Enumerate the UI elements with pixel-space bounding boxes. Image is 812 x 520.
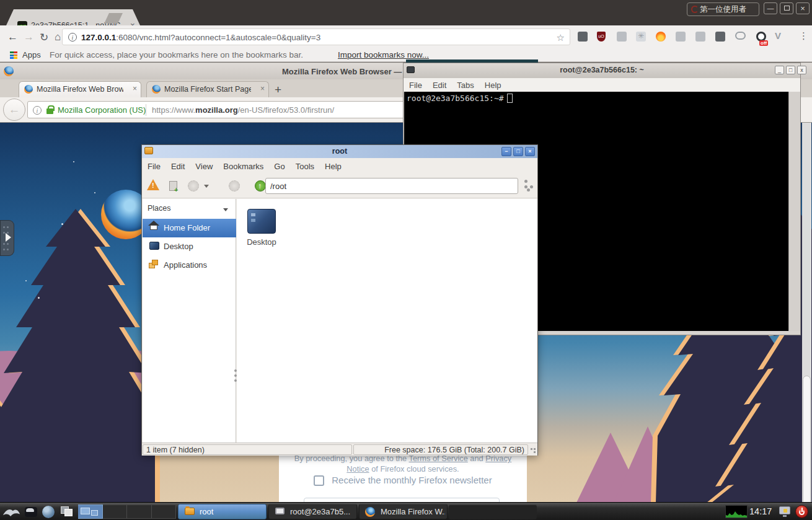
forward-icon[interactable] bbox=[229, 180, 240, 192]
terminal-scrollbar[interactable] bbox=[788, 92, 800, 331]
handle-dots bbox=[3, 226, 5, 228]
workspace-pager[interactable] bbox=[78, 505, 176, 519]
lock-screen-icon[interactable] bbox=[779, 506, 790, 514]
extension-puzzle-icon[interactable] bbox=[617, 32, 627, 42]
window-maximize-button[interactable] bbox=[780, 2, 793, 14]
menu-edit[interactable]: Edit bbox=[433, 81, 446, 90]
taskbar-button-firefox[interactable]: Mozilla Firefox W... bbox=[359, 504, 448, 519]
workspace-3[interactable] bbox=[127, 505, 152, 519]
firefox-tab-title: Mozilla Firefox Start Page bbox=[164, 85, 251, 94]
file-manager-menubar: File Edit View Bookmarks Go Tools Help bbox=[142, 158, 537, 174]
file-manager-statusbar: 1 item (7 hidden) Free space: 176.5 GiB … bbox=[142, 443, 537, 456]
workspace-1-active[interactable] bbox=[78, 505, 103, 519]
sidebar-item-applications[interactable]: Applications bbox=[143, 256, 236, 275]
reload-icon[interactable]: ↻ bbox=[40, 31, 48, 44]
fm-maximize-button[interactable]: □ bbox=[513, 147, 523, 156]
menu-go[interactable]: Go bbox=[274, 162, 285, 171]
menu-tools[interactable]: Tools bbox=[296, 162, 314, 171]
places-selector[interactable]: Places bbox=[148, 204, 171, 213]
logout-power-button[interactable] bbox=[795, 505, 808, 518]
menu-help[interactable]: Help bbox=[325, 162, 342, 171]
apps-shortcut[interactable]: Apps bbox=[22, 50, 41, 59]
terminal-maximize-button[interactable]: □ bbox=[786, 66, 795, 74]
page-scrollbar[interactable] bbox=[802, 123, 811, 503]
flame-extension-icon[interactable] bbox=[656, 32, 666, 42]
path-input[interactable] bbox=[265, 178, 518, 194]
scrollbar-thumb[interactable] bbox=[803, 376, 811, 520]
chat-bubble-extension-icon[interactable] bbox=[735, 32, 746, 40]
file-list-view[interactable]: Desktop bbox=[237, 199, 537, 443]
tab-close-icon[interactable]: × bbox=[133, 84, 137, 93]
lxde-taskbar: root root@2e3a7b5... Mozilla Firefox W..… bbox=[0, 502, 812, 520]
desktop-icon bbox=[149, 242, 159, 250]
page-info-icon[interactable]: i bbox=[68, 33, 77, 42]
workspace-4[interactable] bbox=[152, 505, 177, 519]
menu-bookmarks[interactable]: Bookmarks bbox=[223, 162, 263, 171]
menu-tabs[interactable]: Tabs bbox=[457, 81, 474, 90]
firefox-back-button[interactable]: ← bbox=[3, 99, 25, 121]
new-tab-icon[interactable]: + bbox=[275, 83, 281, 97]
menu-bird-icon[interactable] bbox=[2, 506, 20, 518]
menu-file[interactable]: File bbox=[409, 81, 422, 90]
menu-help[interactable]: Help bbox=[485, 81, 501, 90]
chrome-address-bar[interactable]: i 127.0.0.1:6080/vnc.html?autoconnect=1&… bbox=[62, 29, 570, 45]
extension-puzzle-icon[interactable] bbox=[695, 32, 705, 42]
history-chevron-icon[interactable] bbox=[204, 185, 209, 188]
forward-icon[interactable]: → bbox=[24, 31, 34, 43]
directory-tree-toggle-icon[interactable] bbox=[524, 180, 527, 183]
shade-app-icon[interactable] bbox=[25, 507, 37, 517]
tab-close-icon[interactable]: × bbox=[260, 84, 265, 93]
terminal-minimize-button[interactable]: _ bbox=[775, 66, 784, 74]
lock-icon bbox=[46, 108, 53, 114]
terminal-title: root@2e3a7b566c15: ~ bbox=[404, 66, 800, 74]
sidebar-item-home-folder[interactable]: Home Folder bbox=[143, 219, 236, 237]
chrome-profile-button[interactable]: 第一位使用者 bbox=[687, 2, 759, 16]
fm-minimize-button[interactable]: − bbox=[501, 147, 511, 156]
url-rest: :6080/vnc.html?autoconnect=1&autoscale=0… bbox=[116, 33, 320, 42]
chevron-down-icon[interactable] bbox=[223, 208, 228, 211]
profile-icon bbox=[691, 6, 699, 13]
identity-label[interactable]: Mozilla Corporation (US) bbox=[58, 105, 146, 115]
menu-file[interactable]: File bbox=[148, 162, 161, 171]
firefox-window-title: Mozilla Firefox Web Browser — bbox=[282, 67, 404, 76]
resize-grip[interactable] bbox=[531, 448, 532, 450]
home-icon[interactable]: ⌂ bbox=[55, 31, 61, 43]
fm-close-button[interactable]: × bbox=[525, 147, 535, 156]
back-icon[interactable]: ← bbox=[7, 31, 18, 43]
terminal-close-button[interactable]: x bbox=[797, 66, 806, 74]
cpu-monitor bbox=[725, 505, 748, 518]
file-item-desktop[interactable]: Desktop bbox=[237, 199, 286, 255]
iconify-windows-icon-front bbox=[64, 509, 73, 516]
extension-puzzle-icon[interactable] bbox=[676, 32, 686, 42]
firefox-tab-active[interactable]: Mozilla Firefox Web Browser × bbox=[19, 81, 141, 97]
recorder-extension-icon[interactable]: off bbox=[756, 32, 766, 42]
taskbar-button-root[interactable]: root bbox=[178, 504, 267, 519]
firefox-tab-inactive[interactable]: Mozilla Firefox Start Page × bbox=[146, 81, 269, 97]
web-browser-globe-icon[interactable] bbox=[42, 506, 55, 518]
profile-name: 第一位使用者 bbox=[700, 5, 746, 14]
terminal-titlebar[interactable]: root@2e3a7b566c15: ~ _ □ x bbox=[404, 63, 800, 78]
workspace-2[interactable] bbox=[103, 505, 128, 519]
extension-puzzle-icon[interactable] bbox=[715, 32, 725, 42]
file-manager-titlebar[interactable]: root − □ × bbox=[142, 145, 537, 158]
menu-edit[interactable]: Edit bbox=[171, 162, 185, 171]
back-icon[interactable] bbox=[188, 180, 199, 192]
window-minimize-button[interactable]: — bbox=[764, 2, 777, 14]
firefox-favicon bbox=[24, 85, 33, 94]
page-info-icon[interactable]: i bbox=[33, 106, 42, 115]
desktop-folder-icon bbox=[247, 209, 276, 234]
window-close-button[interactable]: × bbox=[796, 2, 810, 14]
ublock-shield-icon[interactable]: uO bbox=[597, 32, 606, 42]
novnc-control-handle[interactable] bbox=[0, 220, 14, 256]
vimium-extension-icon[interactable]: V bbox=[775, 30, 781, 41]
apps-grid-icon[interactable] bbox=[10, 51, 17, 59]
atom-extension-icon[interactable]: ✳ bbox=[636, 32, 646, 42]
extension-puzzle-icon[interactable] bbox=[578, 32, 588, 42]
import-bookmarks-link[interactable]: Import bookmarks now... bbox=[338, 50, 429, 59]
taskbar-button-terminal[interactable]: root@2e3a7b5... bbox=[268, 504, 357, 519]
menu-view[interactable]: View bbox=[195, 162, 213, 171]
bookmark-star-icon[interactable]: ☆ bbox=[557, 32, 565, 43]
sidebar-item-desktop[interactable]: Desktop bbox=[143, 237, 236, 256]
chrome-menu-icon[interactable]: ⋮ bbox=[799, 30, 808, 42]
newsletter-checkbox[interactable] bbox=[314, 475, 324, 486]
